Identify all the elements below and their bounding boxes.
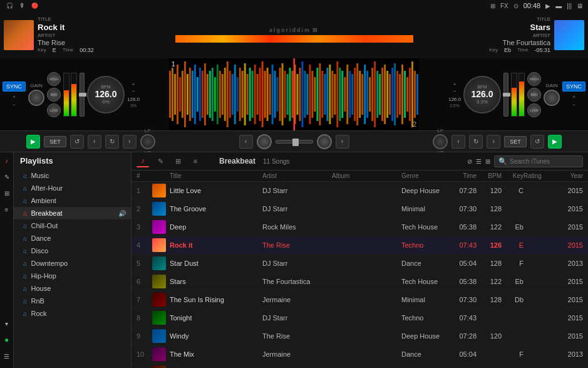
pitch-fader-right[interactable] — [503, 73, 508, 117]
playlist-item-afterhour[interactable]: ♫ After-Hour — [14, 182, 131, 194]
playlist-icon: ♫ — [23, 310, 28, 317]
eq-low-left-knob[interactable]: LOW — [47, 103, 61, 117]
tab-eq[interactable]: ≡ — [189, 155, 202, 167]
col-header-key[interactable]: Key — [502, 172, 524, 179]
eq-high-right-knob[interactable]: HIGH — [527, 72, 541, 86]
track-row[interactable]: 1 Little Love DJ Starr Deep House 07:28 … — [132, 182, 588, 200]
eq-mid-left-knob[interactable]: MID — [47, 88, 61, 102]
prev-right-button[interactable]: ‹ — [451, 135, 465, 149]
track-artwork — [152, 365, 166, 368]
play-right-button[interactable]: ▶ — [548, 135, 562, 149]
sidebar-icon-list[interactable]: ☰ — [1, 350, 13, 362]
pitch-fader-left[interactable] — [80, 73, 85, 117]
playlist-item-rnb[interactable]: ♫ RnB — [14, 295, 131, 307]
waveform-main[interactable]: 1 2 — [169, 58, 419, 130]
bpm-knob-right[interactable]: BPM 126.0 3.3% — [463, 76, 501, 113]
cue-knob-left[interactable] — [257, 134, 272, 149]
col-header-time[interactable]: Time — [448, 172, 477, 179]
track-row[interactable]: 2 The Groove DJ Starr Minimal 07:30 128 … — [132, 200, 588, 218]
next-left-button[interactable]: › — [123, 135, 137, 149]
filter-knob-right[interactable] — [433, 134, 448, 149]
set-left-button[interactable]: SET — [44, 136, 66, 147]
loop-right-button[interactable]: ↺ — [530, 135, 544, 149]
col-header-bpm[interactable]: BPM — [477, 172, 502, 179]
track-row[interactable]: 9 Windy The Rise Deep House 07:28 120 20… — [132, 327, 588, 345]
tab-grid[interactable]: ⊞ — [172, 155, 184, 167]
playlist-item-house[interactable]: ♫ House — [14, 282, 131, 295]
repeat-left-button[interactable]: ↻ — [105, 135, 119, 149]
loop-left-button[interactable]: ↺ — [70, 135, 84, 149]
next-right-button2[interactable]: › — [336, 135, 349, 149]
next-right-button[interactable]: › — [487, 135, 500, 149]
track-row[interactable]: 10 The Mix Jermaine Dance 05:04 F 2013 — [132, 345, 588, 364]
playlist-item-dance[interactable]: ♫ Dance — [14, 232, 131, 244]
search-input[interactable] — [510, 158, 579, 165]
mic-icon[interactable]: 🔴 — [30, 1, 39, 10]
tab-music[interactable]: ♪ — [137, 155, 149, 167]
gain-right-knob[interactable] — [544, 90, 560, 106]
track-row[interactable]: 4 Rock it The Rise Techno 07:43 126 E 20… — [132, 236, 588, 255]
sidebar-icon-grid[interactable]: ⊞ — [1, 187, 13, 199]
eq-mid-right-knob[interactable]: MID — [527, 88, 541, 102]
svg-rect-54 — [301, 61, 303, 127]
sync-left-button[interactable]: SYNC — [3, 81, 26, 92]
eq-low-right-knob[interactable]: LOW — [527, 103, 541, 117]
col-header-artist[interactable]: Artist — [262, 172, 332, 179]
tab-edit[interactable]: ✎ — [154, 155, 167, 167]
filter-button[interactable]: ⊘ — [467, 158, 472, 165]
grid-view-button[interactable]: ⊞ — [485, 158, 490, 165]
playlist-item-chillout[interactable]: ♫ Chill-Out — [14, 219, 131, 232]
cue-knob-right[interactable] — [317, 134, 332, 149]
col-header-title[interactable]: Title — [170, 172, 262, 179]
col-header-album[interactable]: Album — [332, 172, 401, 179]
playlist-item-rock[interactable]: ♫ Rock — [14, 307, 131, 320]
track-row[interactable]: 5 Star Dust DJ Starr Dance 05:04 128 F 2… — [132, 255, 588, 273]
grid-icon[interactable]: ⊞ — [490, 3, 495, 9]
track-artist: The Rise — [262, 332, 332, 340]
fx-label[interactable]: FX — [500, 3, 508, 9]
waveform-icon[interactable]: ▬ — [555, 3, 562, 9]
eq-high-left-knob[interactable]: HIGH — [47, 72, 61, 86]
col-header-year[interactable]: Year — [558, 172, 583, 179]
sync-right-button[interactable]: SYNC — [562, 81, 585, 92]
monitor-icon[interactable]: 🖥 — [577, 3, 583, 9]
prev-left-button[interactable]: ‹ — [88, 135, 101, 149]
bars-icon[interactable]: ||| — [567, 3, 572, 9]
playlist-item-downtempo[interactable]: ♫ Downtempo — [14, 257, 131, 270]
repeat-right-button[interactable]: ↻ — [469, 135, 483, 149]
svg-rect-82 — [371, 68, 373, 121]
track-row[interactable]: 7 The Sun Is Rising Jermaine Minimal 07:… — [132, 291, 588, 309]
playlist-item-music[interactable]: ♫ Music — [14, 169, 131, 182]
track-time: 07:28 — [448, 187, 477, 194]
deck-left: Title Rock it Artist The Rise Key E Time… — [0, 11, 100, 58]
playlist-item-breakbeat[interactable]: ♫ Breakbeat 🔊 — [14, 207, 131, 219]
playlist-item-hiphop[interactable]: ♫ Hip-Hop — [14, 270, 131, 282]
list-view-button[interactable]: ☰ — [476, 158, 482, 165]
track-title: Stars — [170, 278, 262, 285]
prev-right-button2[interactable]: ‹ — [239, 135, 253, 149]
track-row[interactable]: 11 ... DJ Starr Tech House — [132, 364, 588, 368]
sidebar-icon-arrow[interactable]: ▾ — [1, 318, 13, 329]
track-row[interactable]: 8 Tonight DJ Starr Techno 07:43 2015 — [132, 309, 588, 327]
sidebar-icon-records[interactable]: ♪ — [1, 155, 13, 166]
headphone-icon[interactable]: 🎧 — [5, 1, 14, 10]
sidebar-icon-spotify[interactable]: ● — [1, 334, 13, 345]
sidebar-icon-edit[interactable]: ✎ — [1, 171, 13, 182]
gain-left-knob[interactable] — [28, 90, 44, 106]
col-header-genre[interactable]: Genre — [401, 172, 448, 179]
filter-knob-left[interactable] — [140, 134, 155, 149]
svg-rect-75 — [354, 68, 356, 121]
track-row[interactable]: 3 Deep Rock Miles Tech House 05:38 122 E… — [132, 218, 588, 236]
set-right-button[interactable]: SET — [504, 136, 527, 147]
bpm-knob-left[interactable]: BPM 126.0 0% — [87, 76, 125, 113]
headphone2-icon[interactable]: 🎙 — [18, 1, 26, 10]
sidebar-icon-eq[interactable]: ≡ — [1, 204, 13, 215]
eq-icon[interactable]: ⊙ — [513, 3, 518, 9]
track-row[interactable]: 6 Stars The Fourtastica Tech House 05:38… — [132, 273, 588, 291]
svg-rect-8 — [187, 74, 188, 115]
play-left-button[interactable]: ▶ — [26, 135, 40, 149]
playlist-item-disco[interactable]: ♫ Disco — [14, 244, 131, 257]
col-header-rating[interactable]: Rating — [524, 172, 558, 179]
playlist-item-ambient[interactable]: ♫ Ambient — [14, 194, 131, 207]
play-icon[interactable]: ▶ — [545, 3, 550, 9]
